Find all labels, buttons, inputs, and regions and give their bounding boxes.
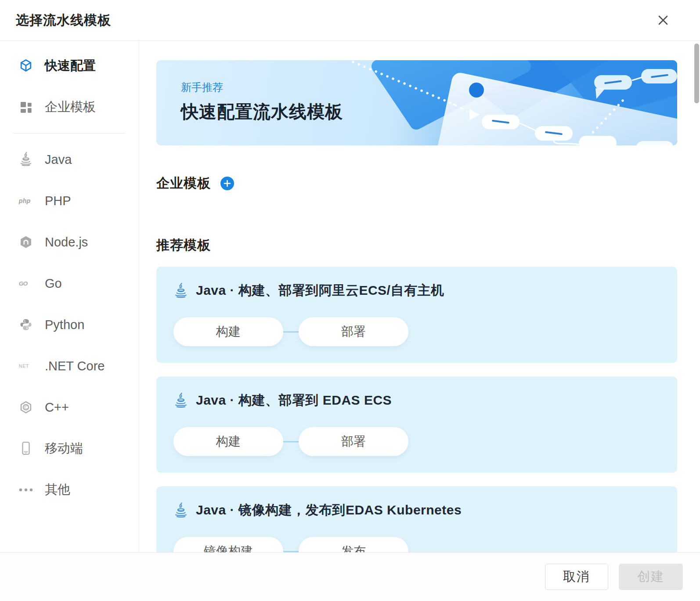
svg-text:NET: NET	[19, 363, 29, 369]
sidebar-item-label: .NET Core	[45, 359, 105, 373]
banner-title: 快速配置流水线模板	[181, 100, 677, 124]
sidebar-item-java[interactable]: Java	[0, 139, 139, 180]
quick-config-banner: 新手推荐 快速配置流水线模板	[156, 60, 677, 145]
stage-pill-build: 构建	[173, 317, 283, 346]
template-card-header: Java · 镜像构建，发布到EDAS Kubernetes	[173, 501, 677, 519]
sidebar-item-label: Java	[45, 152, 72, 167]
python-icon	[18, 318, 33, 332]
add-enterprise-template-button[interactable]	[220, 177, 234, 190]
dialog-body: 快速配置 企业模板	[0, 41, 700, 552]
go-icon: GO	[18, 278, 33, 289]
stage-pill-build: 构建	[173, 427, 283, 456]
java-icon	[173, 502, 188, 519]
java-icon	[173, 392, 188, 409]
sidebar-item-label: Python	[45, 318, 84, 332]
template-stages: 镜像构建 发布	[173, 537, 677, 552]
sidebar-item-label: 移动端	[45, 440, 83, 457]
sidebar-item-dotnet-core[interactable]: NET .NET Core	[0, 345, 139, 387]
sidebar-item-python[interactable]: Python	[0, 304, 139, 345]
svg-text:php: php	[18, 197, 30, 204]
sidebar-item-cpp[interactable]: C C++	[0, 387, 139, 428]
template-stages: 构建 部署	[173, 317, 677, 346]
recommended-templates-section: 推荐模板	[156, 237, 677, 253]
template-title: Java · 镜像构建，发布到EDAS Kubernetes	[196, 501, 462, 519]
vertical-scrollbar-thumb[interactable]	[694, 43, 699, 103]
template-card-header: Java · 构建、部署到 EDAS ECS	[173, 391, 677, 409]
cube-icon	[18, 58, 33, 73]
stage-connector	[283, 551, 299, 552]
recommended-templates-title: 推荐模板	[156, 236, 211, 254]
stage-pill-deploy: 部署	[299, 317, 408, 346]
sidebar-item-label: 其他	[45, 481, 70, 499]
cancel-button[interactable]: 取消	[545, 564, 608, 590]
template-title: Java · 构建、部署到 EDAS ECS	[196, 391, 392, 409]
template-card-java-edas-ecs[interactable]: Java · 构建、部署到 EDAS ECS 构建 部署	[156, 377, 677, 473]
stage-pill-deploy: 部署	[299, 427, 408, 456]
sidebar-item-mobile[interactable]: 移动端	[0, 428, 139, 469]
svg-text:C: C	[24, 405, 28, 410]
plus-icon	[224, 180, 231, 187]
cpp-icon: C	[18, 400, 33, 415]
sidebar-item-php[interactable]: php PHP	[0, 180, 139, 221]
sidebar-item-label: Node.js	[45, 235, 88, 250]
sidebar-item-label: PHP	[45, 194, 71, 208]
template-title: Java · 构建、部署到阿里云ECS/自有主机	[196, 282, 444, 300]
mobile-icon	[18, 441, 33, 456]
template-stages: 构建 部署	[173, 427, 677, 456]
sidebar-item-label: 企业模板	[45, 98, 96, 116]
banner-badge: 新手推荐	[181, 80, 677, 94]
stage-pill-image-build: 镜像构建	[173, 537, 283, 552]
sidebar-item-nodejs[interactable]: Node.js	[0, 221, 139, 263]
dotnet-icon: NET	[18, 361, 33, 371]
enterprise-templates-title: 企业模板	[156, 174, 211, 192]
dialog-header: 选择流水线模板	[0, 0, 700, 41]
template-card-header: Java · 构建、部署到阿里云ECS/自有主机	[173, 282, 677, 300]
close-icon	[655, 12, 671, 28]
sidebar-item-label: Go	[45, 276, 62, 291]
sidebar-item-label: 快速配置	[45, 57, 96, 75]
sidebar-item-other[interactable]: 其他	[0, 469, 139, 510]
template-card-list: Java · 构建、部署到阿里云ECS/自有主机 构建 部署	[156, 267, 677, 552]
java-icon	[173, 282, 188, 299]
php-icon: php	[18, 195, 33, 206]
svg-text:GO: GO	[19, 280, 28, 287]
sidebar: 快速配置 企业模板	[0, 41, 139, 552]
stage-pill-release: 发布	[299, 537, 408, 552]
create-button[interactable]: 创建	[619, 564, 683, 590]
template-card-java-ecs[interactable]: Java · 构建、部署到阿里云ECS/自有主机 构建 部署	[156, 267, 677, 363]
more-dots-icon	[18, 487, 33, 493]
grid-icon	[18, 100, 33, 114]
sidebar-item-go[interactable]: GO Go	[0, 263, 139, 304]
nodejs-icon	[18, 235, 33, 250]
sidebar-item-quick-config[interactable]: 快速配置	[0, 45, 139, 87]
sidebar-item-label: C++	[45, 400, 69, 415]
sidebar-divider	[13, 133, 126, 134]
banner-text: 新手推荐 快速配置流水线模板	[156, 60, 677, 124]
stage-connector	[283, 331, 299, 333]
sidebar-item-enterprise-templates[interactable]: 企业模板	[0, 87, 139, 128]
enterprise-templates-section: 企业模板	[156, 175, 677, 191]
java-icon	[18, 152, 33, 167]
template-card-java-edas-kubernetes[interactable]: Java · 镜像构建，发布到EDAS Kubernetes 镜像构建 发布	[156, 486, 677, 552]
close-button[interactable]	[654, 11, 672, 29]
dialog-title: 选择流水线模板	[16, 11, 111, 29]
main-content: 新手推荐 快速配置流水线模板 企业模板 推荐模板	[139, 41, 700, 552]
stage-connector	[283, 441, 299, 442]
dialog-footer: 取消 创建	[0, 552, 700, 601]
